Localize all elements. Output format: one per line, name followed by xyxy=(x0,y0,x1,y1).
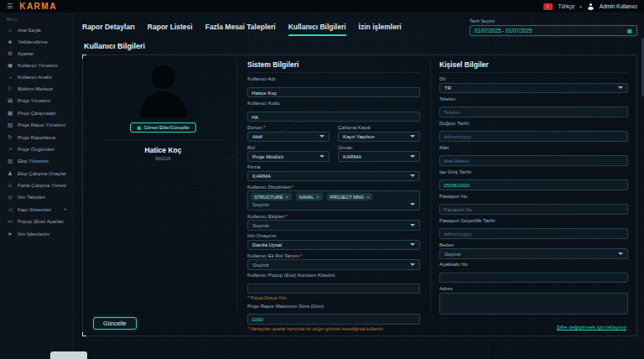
profile-photo-placeholder xyxy=(127,64,200,117)
change-password-link[interactable]: Şifre değiştirmek için tıklayınız xyxy=(557,324,626,330)
sidebar-item[interactable]: ⚐Bildirim Merkezi xyxy=(0,83,73,95)
sidebar-item[interactable]: ▭Popup (Exe) Ayarları xyxy=(0,216,73,227)
phone-label: Telefon xyxy=(439,96,455,101)
usercode-input[interactable] xyxy=(247,112,420,122)
sidebar-item[interactable]: ↗Proje Öngörüleri xyxy=(0,143,73,155)
leave-approver-select[interactable]: Damla Uysal xyxy=(247,240,420,251)
size-select[interactable]: Seçiniz xyxy=(439,248,628,259)
field-phone: Telefon xyxy=(439,96,628,118)
sidebar-item-icon: ▥ xyxy=(7,158,13,164)
passport-expiry-input[interactable] xyxy=(439,228,628,239)
sidebar-item-label: Proje Çalışmaları xyxy=(18,111,56,116)
sidebar-item[interactable]: ▥Ekip Yönetimi xyxy=(0,155,73,167)
field-usercode: Kullanıcı Kodu xyxy=(247,101,420,122)
shoe-label: Ayakkabı No xyxy=(439,262,468,267)
sidebar-item-icon: ⚠ xyxy=(7,182,13,189)
title-label: Ünvan xyxy=(338,145,352,150)
work-record-select[interactable]: Kayıt Yapılsın xyxy=(338,132,420,143)
field-username: Kullanıcı Adı xyxy=(247,76,420,98)
user-avatar[interactable] xyxy=(587,3,595,10)
menu-toggle-icon[interactable]: ☰ xyxy=(7,3,13,10)
remove-tag-icon[interactable]: × xyxy=(316,195,319,200)
sidebar-item-label: Kapı Sistemleri xyxy=(18,207,51,212)
sidebar-item[interactable]: ↻Proje Raporlama xyxy=(0,131,73,143)
sidebar-item[interactable]: ▤Proje Yönetimi xyxy=(0,95,73,107)
sidebar-item-label: Ekip Yönetimi xyxy=(18,159,49,164)
scrollbar[interactable] xyxy=(641,13,644,359)
passport-no-label: Pasaport No xyxy=(439,194,467,199)
sidebar-item-icon: ↗ xyxy=(7,146,13,153)
tab-3[interactable]: Fazla Mesai Talepleri xyxy=(205,23,276,36)
field-mail: Mail xyxy=(439,145,628,167)
field-disciplines: Kullanıcı Disiplinleri* STRUCTURE×NAVAL×… xyxy=(247,185,420,211)
tab-4[interactable]: Kullanıcı Bilgileri xyxy=(288,23,346,36)
extra-role-label: Kullanıcı Ek Rol Tanımı xyxy=(247,253,299,258)
shoe-input[interactable] xyxy=(439,273,628,284)
sidebar-nav: Menü ⌂Ana Sayfa◈Yetkilendirme⚙Ayarlar▣Ku… xyxy=(0,13,74,359)
disciplines-label: Kullanıcı Disiplinleri xyxy=(247,185,291,190)
disciplines-dropdown[interactable]: Seçiniz xyxy=(251,200,417,210)
add-update-photo-button[interactable]: ▣ Görsel Ekle/Güncelle xyxy=(130,122,196,133)
disciplines-multiselect[interactable]: STRUCTURE×NAVAL×PROJECT MNG× Seçiniz xyxy=(247,190,420,211)
sidebar-item[interactable]: ▧Proje Rapor Yönetimi xyxy=(0,119,73,131)
tab-2[interactable]: Rapor Listesi xyxy=(148,23,193,36)
passport-no-input[interactable] xyxy=(439,204,628,215)
address-textarea[interactable] xyxy=(439,293,628,315)
sidebar-item[interactable]: ◔Kullanıcı Analiz xyxy=(0,72,73,83)
sidebar-item[interactable]: ♟Ekip Çalışma Onayları xyxy=(0,168,73,180)
sidebar-item[interactable]: ➤İzin İşlemlerim xyxy=(0,227,73,239)
popup-folder-input[interactable] xyxy=(247,284,420,294)
chevron-down-icon xyxy=(410,135,415,138)
role-select[interactable]: Proje Müdürü xyxy=(247,151,330,162)
chevron-down-icon xyxy=(618,252,623,255)
tab-5[interactable]: İzin işlemleri xyxy=(359,23,402,36)
sidebar-item-icon: ▦ xyxy=(7,110,13,117)
leave-approver-label: İzin Onaycısı xyxy=(247,233,277,238)
sidebar-item[interactable]: ⚙Ayarlar xyxy=(0,48,73,60)
chevron-down-icon: ▾ xyxy=(65,207,66,211)
required-marker: * xyxy=(300,253,302,258)
app-logo: KARMA xyxy=(19,2,57,11)
discipline-tag[interactable]: PROJECT MNG× xyxy=(327,193,373,200)
discipline-tag[interactable]: NAVAL× xyxy=(296,193,323,200)
sidebar-item-label: Proje Öngörüleri xyxy=(18,147,55,152)
sidebar-item[interactable]: ▣Kullanıcı Yönetimi xyxy=(0,60,73,71)
address-label: Adres xyxy=(439,286,453,291)
company-select[interactable]: KARMA xyxy=(247,171,420,182)
remove-tag-icon[interactable]: × xyxy=(366,195,369,200)
teams-select[interactable]: Seçiniz xyxy=(247,220,420,231)
date-range-picker[interactable]: 01/07/2025 - 01/07/2025 ▦ xyxy=(470,25,637,36)
corner-decoration xyxy=(82,55,86,59)
tab-1[interactable]: Rapor Detayları xyxy=(82,23,135,36)
title-select[interactable]: KARMA xyxy=(338,151,420,162)
update-button[interactable]: Güncelle xyxy=(93,317,137,330)
sidebar-item-label: Fazla Çalışma Yönetimi xyxy=(18,183,66,188)
field-leave-approver: İzin Onaycısı Damla Uysal xyxy=(247,233,420,250)
sidebar-item[interactable]: ◈Yetkilendirme xyxy=(0,35,73,47)
language-select[interactable]: TR xyxy=(439,83,628,94)
sidebar-menu-label: Menü xyxy=(0,16,73,24)
sidebar-item[interactable]: ⚠Fazla Çalışma Yönetimi xyxy=(0,180,73,191)
username-input[interactable] xyxy=(247,87,420,98)
hire-date-input[interactable] xyxy=(439,180,628,190)
sidebar-item[interactable]: ▦Proje Çalışmaları xyxy=(0,107,73,119)
extra-role-select[interactable]: Seçiniz xyxy=(247,259,420,270)
sidebar-item[interactable]: ⌂Ana Sayfa xyxy=(0,24,73,35)
user-menu[interactable]: Admin Kullanıcı xyxy=(600,3,637,9)
sidebar-item-label: İzin Talepleri xyxy=(18,195,45,200)
status-select[interactable]: Aktif xyxy=(247,132,330,143)
phone-input[interactable] xyxy=(439,107,628,117)
sidebar-item[interactable]: ◁Kapı Sistemleri▾ xyxy=(0,204,73,216)
mail-input[interactable] xyxy=(439,155,628,166)
language-selector[interactable]: Türkçe xyxy=(558,3,574,9)
sidebar-item[interactable]: ◎İzin Talepleri xyxy=(0,191,73,203)
remove-tag-icon[interactable]: × xyxy=(286,195,288,200)
field-company: Firma KARMA xyxy=(247,164,420,181)
field-passport-expiry: Pasaport Geçerlilik Tarihi xyxy=(439,218,628,240)
popup-folder-label: Kullanıcı Popup (Exe) Kurulum Klasörü xyxy=(247,273,335,278)
profile-name: Hatice Koç xyxy=(145,146,182,154)
size-label: Beden xyxy=(439,242,454,247)
discipline-tag[interactable]: STRUCTURE× xyxy=(251,193,292,200)
company-label: Firma xyxy=(247,164,260,169)
birth-date-input[interactable] xyxy=(439,131,628,142)
